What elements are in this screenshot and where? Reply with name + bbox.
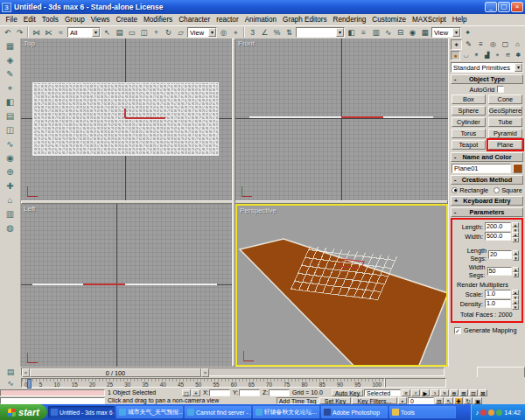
auto-key-button[interactable]: Auto Key <box>332 389 363 396</box>
shapes-category-icon[interactable]: ◡ <box>461 51 471 60</box>
previous-frame-icon[interactable]: ‹ <box>411 389 420 396</box>
menu-tools[interactable]: Tools <box>38 16 61 24</box>
unlink-selection-icon[interactable]: ⋉ <box>43 27 54 38</box>
reference-coordinate-dropdown[interactable]: View ▾ <box>187 27 217 38</box>
tab-panel-icon-helpers[interactable]: ▤ <box>3 109 18 123</box>
undo-icon[interactable]: ↶ <box>2 27 13 38</box>
tab-panel-icon-lights-cameras[interactable]: ⌖ <box>3 81 18 95</box>
menu-maxscript[interactable]: MAXScript <box>410 16 450 24</box>
angle-snap-icon[interactable]: ∠ <box>259 27 270 38</box>
play-animation-icon[interactable]: ▶ <box>421 389 430 396</box>
restore-button[interactable]: ▢ <box>498 2 510 12</box>
volume-icon[interactable]: ♪ <box>475 409 479 416</box>
select-and-rotate-icon[interactable]: ↻ <box>163 27 174 38</box>
viewport-front-label[interactable]: Front <box>238 39 255 47</box>
spinner-snap-icon[interactable]: ⇅ <box>284 27 295 38</box>
tray-app-icon[interactable] <box>480 410 486 416</box>
zoom-extents-icon[interactable]: ⊡ <box>469 389 478 396</box>
select-and-manipulate-icon[interactable]: ⌖ <box>230 27 242 38</box>
schematic-view-icon[interactable]: ⊟ <box>395 27 406 38</box>
material-editor-icon[interactable]: ◉ <box>407 27 418 38</box>
window-crossing-icon[interactable]: ◫ <box>138 27 150 38</box>
teapot-button[interactable]: Teapot <box>452 140 486 150</box>
density-field[interactable]: 1.0 <box>485 299 511 308</box>
viewport-perspective[interactable]: Perspective <box>235 204 448 367</box>
length-field[interactable]: 200.0 <box>485 222 511 231</box>
align-icon[interactable]: ≡ <box>358 27 369 38</box>
layer-manager-icon[interactable]: ▥ <box>370 27 382 38</box>
menu-group[interactable]: Group <box>61 16 88 24</box>
macro-recorder-field[interactable] <box>0 389 105 396</box>
time-slider-thumb[interactable]: 0 / 100 <box>30 368 201 377</box>
title-bar[interactable]: 3 Untitled - 3ds max 6 - Stand-alone Lic… <box>0 0 525 14</box>
tray-app-icon[interactable] <box>488 410 494 416</box>
tab-panel-icon-shapes[interactable]: ◈ <box>3 53 18 67</box>
helpers-category-icon[interactable]: ⌖ <box>493 51 502 60</box>
z-coordinate-field[interactable] <box>269 389 290 396</box>
min-max-toggle-icon[interactable]: ▣ <box>473 397 482 404</box>
minimize-button[interactable]: _ <box>485 2 497 12</box>
menu-graph-editors[interactable]: Graph Editors <box>280 16 331 24</box>
length-segs-spinner[interactable]: ▴▾ <box>513 250 519 259</box>
viewport-left-label[interactable]: Left <box>24 205 35 213</box>
zoom-icon[interactable]: ⊕ <box>450 389 458 396</box>
tab-panel-icon-animation[interactable]: ✚ <box>3 179 18 193</box>
transform-gizmo-x-axis[interactable] <box>125 117 165 119</box>
taskbar-item-photoshop[interactable]: Adobe Photoshop <box>321 406 388 418</box>
open-mini-curve-editor-icon[interactable]: ∿ <box>0 379 21 388</box>
selection-lock-icon[interactable]: ◻ <box>182 389 191 396</box>
square-radio[interactable] <box>494 187 500 193</box>
tab-panel-icon-particles[interactable]: ◧ <box>3 95 18 109</box>
key-filters-button[interactable]: Key Filters... <box>352 397 397 404</box>
select-and-move-icon[interactable]: + <box>150 27 162 38</box>
set-key-button[interactable]: Set Key <box>319 397 351 404</box>
tab-panel-icon-utilities[interactable]: ⌂ <box>3 193 18 207</box>
pyramid-button[interactable]: Pyramid <box>488 129 522 138</box>
display-tab-icon[interactable]: ▢ <box>500 39 511 50</box>
menu-file[interactable]: File <box>3 16 20 24</box>
sphere-button[interactable]: Sphere <box>452 106 486 116</box>
geometry-category-icon[interactable]: ● <box>451 51 460 60</box>
name-color-rollout[interactable]: - Name and Color <box>451 152 523 162</box>
length-segs-field[interactable]: 20 <box>488 250 512 259</box>
go-to-end-icon[interactable]: » <box>440 389 449 396</box>
menu-customize[interactable]: Customize <box>369 16 410 24</box>
tab-panel-icon-space-warps[interactable]: ◫ <box>3 123 18 137</box>
key-mode-dropdown[interactable]: Selected <box>364 389 401 396</box>
previous-frame-arrow[interactable]: < <box>22 368 30 377</box>
close-button[interactable]: × <box>511 2 523 12</box>
key-mode-toggle-icon[interactable]: ▪ <box>398 397 407 404</box>
transform-gizmo-x-axis[interactable] <box>83 284 125 285</box>
cone-button[interactable]: Cone <box>488 94 522 104</box>
viewport-perspective-label[interactable]: Perspective <box>240 206 276 214</box>
track-bar-ruler[interactable]: 0510152025303540455055606570758085909510… <box>21 378 385 388</box>
start-button[interactable]: start <box>0 404 47 420</box>
motion-tab-icon[interactable]: ◎ <box>487 39 499 50</box>
next-frame-arrow[interactable]: > <box>201 368 209 377</box>
select-object-icon[interactable]: ↖ <box>102 27 113 38</box>
taskbar-item-cannot-find-server[interactable]: Cannot find server - ... <box>185 406 251 418</box>
curve-editor-icon[interactable]: ∿ <box>382 27 394 38</box>
zoom-all-icon[interactable]: ⊞ <box>459 389 468 396</box>
width-segs-field[interactable]: 50 <box>487 267 512 276</box>
menu-create[interactable]: Create <box>113 16 141 24</box>
render-scene-icon[interactable]: ▦ <box>419 27 430 38</box>
menu-modifiers[interactable]: Modifiers <box>140 16 175 24</box>
taskbar-item-forum[interactable]: 轩辕春秋文化论坛... <box>253 406 319 418</box>
select-and-scale-icon[interactable]: ▱ <box>175 27 186 38</box>
go-to-start-icon[interactable]: « <box>402 389 410 396</box>
zoom-extents-all-icon[interactable]: ⊠ <box>479 389 487 396</box>
tab-panel-icon-rendering[interactable]: ⊕ <box>3 165 18 179</box>
use-pivot-center-icon[interactable]: ◎ <box>218 27 229 38</box>
autogrid-checkbox[interactable] <box>497 86 504 93</box>
truck-pan-icon[interactable]: ↖ <box>444 397 453 404</box>
create-tab-icon[interactable]: ✦ <box>451 39 462 50</box>
plane-object-top-view[interactable] <box>32 82 219 156</box>
width-segs-spinner[interactable]: ▴▾ <box>513 267 519 276</box>
object-color-swatch[interactable] <box>513 164 522 173</box>
menu-animation[interactable]: Animation <box>242 16 279 24</box>
quick-render-icon[interactable]: ✦ <box>462 27 473 38</box>
add-time-tag[interactable]: Add Time Tag <box>276 397 318 404</box>
time-configuration-icon[interactable]: ⊟ <box>435 397 444 404</box>
rectangle-radio[interactable] <box>452 187 458 193</box>
